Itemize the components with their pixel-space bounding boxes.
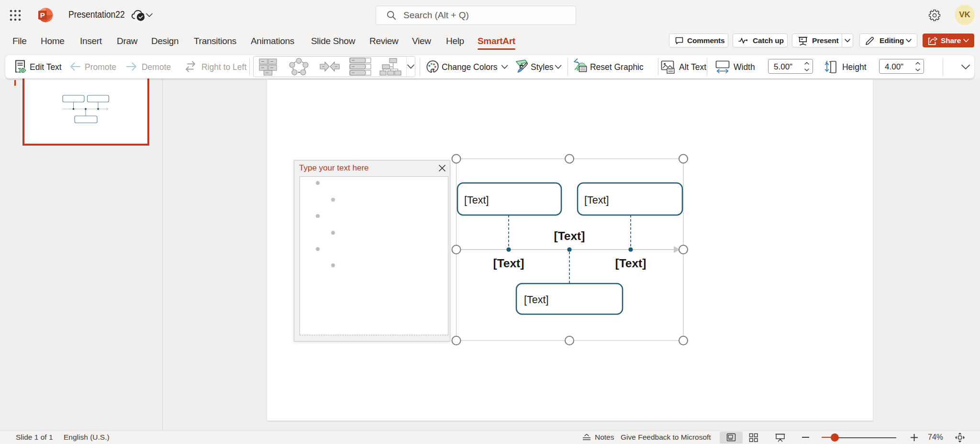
svg-text:[Text]: [Text] xyxy=(493,257,524,270)
svg-text:[Text]: [Text] xyxy=(524,294,548,306)
svg-text:[Text]: [Text] xyxy=(615,257,646,270)
svg-text:[Text]: [Text] xyxy=(464,194,489,206)
svg-text:P: P xyxy=(40,11,45,19)
svg-text:[Text]: [Text] xyxy=(554,229,585,242)
svg-text:[Text]: [Text] xyxy=(584,194,609,206)
